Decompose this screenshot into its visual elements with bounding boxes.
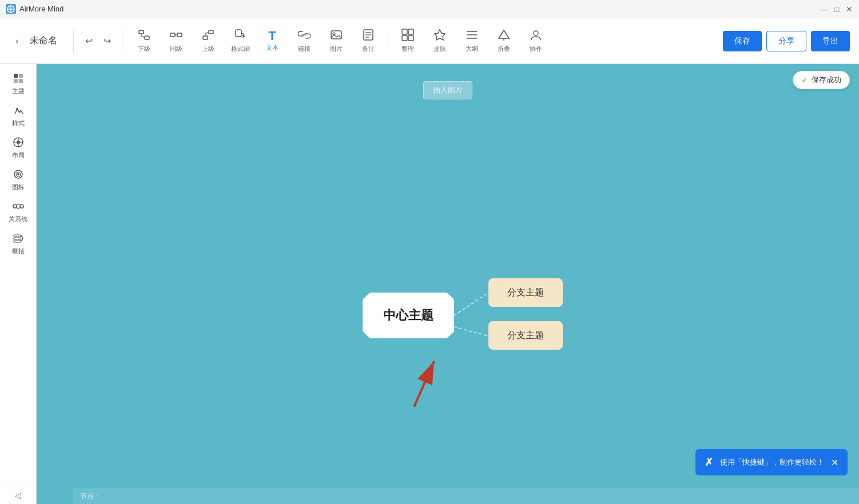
svg-rect-34 [14,74,18,78]
tool-arrange[interactable]: 整理 [393,23,423,59]
sidebar: 主题 样式 布局 [0,64,37,504]
tool-sibling[interactable]: 同级 [161,23,191,59]
collab-icon [530,29,542,43]
tool-format[interactable]: 格式刷 [225,23,255,59]
tool-skin[interactable]: 皮肤 [425,23,455,59]
toolbar-divider-2 [122,30,122,53]
svg-rect-26 [408,35,413,41]
back-button[interactable]: ‹ [9,33,25,49]
statusbar: 节点：3 [73,488,859,504]
svg-rect-36 [14,79,18,83]
svg-line-56 [414,361,434,407]
undo-button[interactable]: ↩ [81,33,97,49]
svg-rect-3 [139,30,144,34]
sidebar-item-icon[interactable]: 图标 [3,165,34,195]
svg-rect-25 [402,35,407,41]
svg-rect-4 [145,36,149,39]
filename-label: 未命名 [30,35,57,47]
sidebar-item-summary[interactable]: 概括 [3,229,34,259]
redo-button[interactable]: ↪ [99,33,115,49]
svg-point-49 [20,205,23,208]
branch-node-2-label: 分支主题 [507,330,544,342]
image-icon [330,29,343,43]
svg-line-53 [454,293,488,315]
tool-link[interactable]: 链接 [289,23,319,59]
sidebar-item-relation[interactable]: 关系线 [3,197,34,227]
tool-parent[interactable]: 上级 [193,23,223,59]
sidebar-collapse-button[interactable]: ◁ [3,486,34,504]
svg-line-54 [454,327,488,336]
note-icon [362,29,375,43]
svg-rect-35 [19,74,23,78]
branch-node-1[interactable]: 分支主题 [488,278,563,307]
layout-label: 布局 [12,151,25,159]
tool-note[interactable]: 备注 [353,23,383,59]
image-label: 图片 [330,45,343,53]
svg-point-48 [13,205,17,208]
parent-label: 上级 [202,45,214,53]
tool-child[interactable]: 下级 [129,23,159,59]
tool-fold[interactable]: 折叠 [489,23,519,59]
sidebar-item-theme[interactable]: 主题 [3,69,34,99]
svg-rect-17 [331,31,341,39]
red-arrow [37,64,859,504]
skin-icon [434,29,446,43]
export-button[interactable]: 导出 [811,31,850,51]
tool-text[interactable]: T 文本 [257,23,287,59]
tool-outline[interactable]: 大纲 [457,23,487,59]
maximize-button[interactable]: □ [833,5,841,13]
statusbar-label: 节点：3 [80,491,105,501]
link-icon [298,29,311,43]
branch-node-1-label: 分支主题 [507,287,544,299]
notification-text: 使用「快捷键」，制作更轻松！ [720,457,824,467]
app-icon [6,4,16,14]
save-button[interactable]: 保存 [723,31,762,51]
format-icon [234,29,246,43]
toolbar-divider-1 [73,30,74,53]
outline-label: 大纲 [466,45,478,53]
share-button[interactable]: 分享 [766,31,806,51]
canvas[interactable]: 插入图片 ✓ 保存成功 中心主题 分支主题 [37,64,859,504]
svg-line-6 [141,36,145,38]
outline-icon [466,29,478,43]
statusbar-node-label: 节点： [80,492,101,500]
toolbar-divider-3 [388,30,388,53]
svg-marker-31 [499,30,509,38]
summary-icon [13,233,24,246]
svg-rect-10 [209,30,213,34]
svg-rect-8 [177,33,182,37]
sidebar-item-style[interactable]: 样式 [3,101,34,131]
child-label: 下级 [138,45,150,53]
collapse-icon: ◁ [15,491,21,500]
tool-image[interactable]: 图片 [321,23,351,59]
summary-label: 概括 [12,247,25,255]
svg-rect-11 [203,36,208,39]
parent-icon [202,29,214,43]
minimize-button[interactable]: — [820,5,828,13]
insert-image-hint[interactable]: 插入图片 [423,81,472,99]
statusbar-count: 3 [101,492,105,500]
tool-collab[interactable]: 协作 [521,23,551,59]
save-success-badge: ✓ 保存成功 [793,71,850,89]
svg-rect-23 [402,29,407,34]
child-icon [138,29,150,43]
save-success-icon: ✓ [801,75,808,85]
svg-point-38 [16,108,18,110]
close-button[interactable]: ✕ [845,5,853,13]
connector-lines [37,64,859,504]
arrange-label: 整理 [401,45,414,53]
center-node-label: 中心主题 [383,307,434,324]
branch-node-2[interactable]: 分支主题 [488,321,563,350]
notification-close-button[interactable]: ✕ [831,457,838,468]
style-icon [13,105,24,118]
skin-label: 皮肤 [434,45,446,53]
notification-logo: ✗ [705,456,713,469]
svg-rect-37 [19,79,23,83]
theme-label: 主题 [12,87,25,95]
sibling-icon [170,29,182,43]
fold-label: 折叠 [498,45,510,53]
center-node[interactable]: 中心主题 [363,293,454,338]
toolbar-actions: 保存 分享 导出 [723,31,850,51]
svg-point-40 [17,141,20,144]
sidebar-item-layout[interactable]: 布局 [3,133,34,163]
